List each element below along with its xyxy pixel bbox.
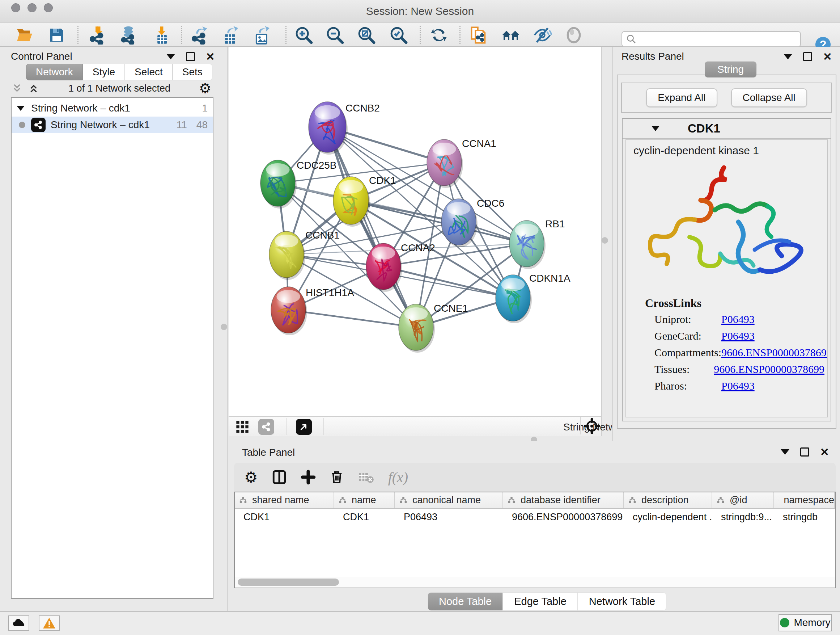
network-row[interactable]: String Network – cdk1 11 48	[11, 117, 213, 133]
node-label-CDC25B: CDC25B	[297, 160, 336, 171]
column-header-name[interactable]: name	[334, 492, 395, 508]
results-panel: Results Panel ✕ String Expand All Collap…	[612, 47, 840, 441]
table-cell[interactable]: 9606.ENSP00000378699	[503, 509, 624, 525]
table-cell[interactable]: stringdb:9...	[712, 509, 774, 525]
column-header-description[interactable]: description	[624, 492, 712, 508]
results-panel-close-icon[interactable]: ✕	[823, 52, 832, 61]
table-panel-float-icon[interactable]	[800, 448, 809, 456]
function-builder-icon[interactable]: f(x)	[388, 469, 409, 486]
hscroll-thumb[interactable]	[238, 578, 339, 586]
delete-table-icon[interactable]	[358, 470, 374, 485]
right-splitter-handle[interactable]	[602, 237, 608, 244]
table-hscrollbar[interactable]	[234, 577, 836, 588]
import-table-button[interactable]	[152, 26, 171, 44]
export-table-button[interactable]	[221, 26, 240, 44]
first-neighbors-button[interactable]	[501, 26, 520, 44]
results-panel-collapse-icon[interactable]	[783, 54, 792, 59]
control-panel-float-icon[interactable]	[186, 52, 195, 61]
zoom-out-icon	[325, 26, 344, 44]
expand-all-icon[interactable]	[27, 83, 40, 94]
save-session-button[interactable]	[47, 26, 66, 44]
tab-style[interactable]: Style	[83, 64, 125, 80]
table-cell[interactable]: CDK1	[235, 509, 334, 525]
gene-card-header[interactable]: CDK1	[622, 119, 831, 139]
trash-icon[interactable]	[330, 469, 344, 485]
control-panel-close-icon[interactable]: ✕	[206, 52, 215, 61]
table-cell[interactable]: P06493	[395, 509, 503, 525]
crosslink-label: Compartments:	[654, 347, 722, 359]
tab-network[interactable]: Network	[26, 64, 83, 80]
zoom-selected-icon	[389, 26, 408, 44]
tab-node-table[interactable]: Node Table	[428, 592, 503, 611]
memory-button[interactable]: Memory	[778, 614, 832, 631]
chevron-down-icon[interactable]	[17, 106, 25, 111]
collapse-all-button[interactable]: Collapse All	[731, 88, 807, 107]
export-network-button[interactable]	[190, 26, 209, 44]
network-edge-HIST1H1A-CCNE1[interactable]	[288, 310, 416, 327]
table-cell[interactable]: cyclin-dependent ...	[624, 509, 712, 525]
gear-icon[interactable]: ⚙	[199, 80, 211, 96]
expand-all-button[interactable]: Expand All	[646, 88, 717, 107]
toolbar-search[interactable]	[622, 31, 801, 47]
warning-button[interactable]	[39, 616, 60, 631]
search-input[interactable]	[637, 34, 789, 45]
column-header-database-identifier[interactable]: database identifier	[503, 492, 624, 508]
node-label-HIST1H1A: HIST1H1A	[306, 287, 354, 298]
columns-icon[interactable]	[272, 469, 287, 485]
tab-sets[interactable]: Sets	[172, 64, 212, 80]
grid-icon	[235, 420, 249, 434]
column-header--id[interactable]: @id	[712, 492, 774, 508]
network-overview-button[interactable]	[258, 419, 274, 435]
crosslink-row: Pharos:P06493	[654, 380, 824, 392]
node-label-CCNE1: CCNE1	[434, 302, 468, 314]
column-header-namespace[interactable]: namespace	[774, 492, 835, 508]
network-canvas[interactable]: CCNB2CCNA1CDC25BCDK1CDC6RB1CCNB1CCNA2CDK…	[229, 47, 602, 416]
birds-eye-view-button[interactable]	[235, 420, 249, 435]
import-network-database-button[interactable]	[119, 26, 138, 44]
clone-network-button[interactable]	[469, 26, 488, 44]
detach-view-button[interactable]	[296, 419, 312, 435]
network-graph: CCNB2CCNA1CDC25BCDK1CDC6RB1CCNB1CCNA2CDK…	[229, 47, 601, 415]
chevron-down-icon[interactable]	[652, 126, 660, 131]
table-row[interactable]: CDK1CDK1P064939606.ENSP00000378699cyclin…	[235, 509, 835, 525]
cloud-button[interactable]	[8, 616, 29, 631]
left-splitter-handle[interactable]	[221, 324, 227, 330]
open-file-button[interactable]	[15, 26, 34, 44]
crosshair-button[interactable]	[584, 418, 600, 435]
table-panel-collapse-icon[interactable]	[781, 449, 789, 455]
export-image-button[interactable]	[253, 26, 271, 44]
column-header-shared-name[interactable]: shared name	[235, 492, 334, 508]
zoom-selected-button[interactable]	[389, 26, 408, 44]
collapse-all-icon[interactable]	[11, 83, 23, 94]
crosslink-value-link[interactable]: P06493	[722, 330, 755, 342]
crosslink-value-link[interactable]: 9606.ENSP00000378699	[722, 347, 828, 359]
control-panel-title: Control Panel	[11, 51, 73, 62]
column-header-canonical-name[interactable]: canonical name	[395, 492, 503, 508]
tab-edge-table[interactable]: Edge Table	[503, 592, 578, 611]
apply-layout-button[interactable]	[429, 26, 448, 44]
table-panel-close-icon[interactable]: ✕	[820, 448, 829, 456]
table-gear-icon[interactable]: ⚙	[244, 469, 258, 486]
hide-selected-button[interactable]	[533, 26, 552, 44]
crosslinks-heading: CrossLinks	[645, 296, 701, 310]
node-table: shared namenamecanonical namedatabase id…	[234, 492, 836, 588]
crosslink-value-link[interactable]: 9606.ENSP00000378699	[714, 363, 824, 375]
zoom-fit-button[interactable]	[357, 26, 376, 44]
network-collection-row[interactable]: String Network – cdk1 1	[11, 100, 213, 117]
import-network-file-button[interactable]	[88, 26, 107, 44]
tab-string[interactable]: String	[705, 62, 756, 78]
add-icon[interactable]	[301, 470, 316, 485]
crosslink-value-link[interactable]: P06493	[722, 380, 755, 392]
network-label: String Network – cdk1	[51, 119, 150, 131]
show-all-button[interactable]	[564, 26, 583, 44]
crosslink-value-link[interactable]: P06493	[722, 313, 755, 325]
control-panel-collapse-icon[interactable]	[166, 54, 175, 59]
results-panel-float-icon[interactable]	[803, 52, 812, 61]
zoom-in-button[interactable]	[294, 26, 313, 44]
table-cell[interactable]: CDK1	[334, 509, 395, 525]
tab-network-table[interactable]: Network Table	[578, 592, 666, 611]
share-icon	[261, 422, 271, 432]
table-cell[interactable]: stringdb	[774, 509, 835, 525]
tab-select[interactable]: Select	[125, 64, 172, 80]
zoom-out-button[interactable]	[325, 26, 344, 44]
